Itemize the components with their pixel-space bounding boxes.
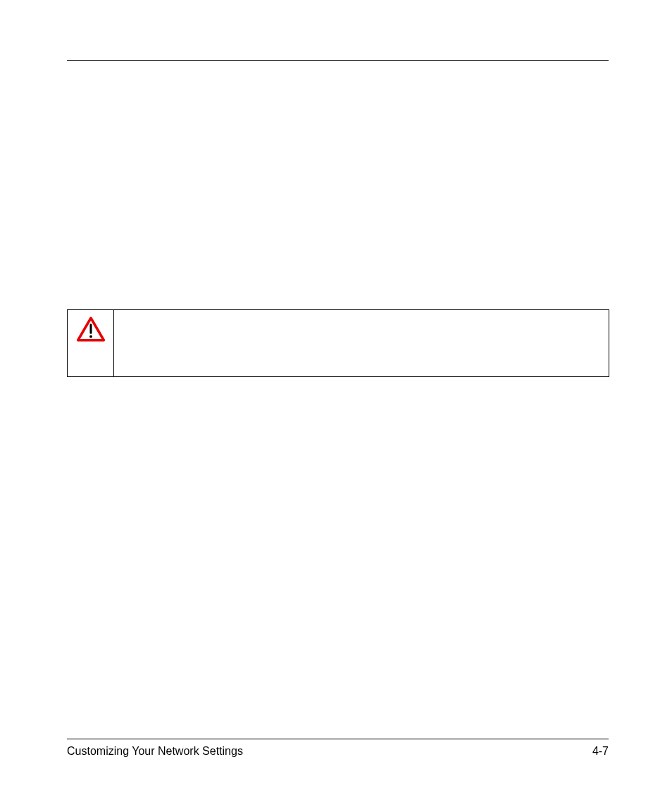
footer-page-number: 4-7 [592, 745, 609, 758]
svg-point-2 [89, 335, 92, 338]
footer-rule [67, 739, 609, 739]
header-rule [67, 60, 609, 61]
warning-icon-cell [68, 310, 114, 376]
warning-icon [76, 316, 106, 343]
footer-title: Customizing Your Network Settings [67, 745, 243, 758]
warning-callout: If your ISP assigns a private WAN IP add… [67, 309, 609, 377]
page-footer: Customizing Your Network Settings 4-7 [67, 739, 609, 758]
document-page: Configuring Dynamic DNS If your network … [0, 0, 672, 807]
